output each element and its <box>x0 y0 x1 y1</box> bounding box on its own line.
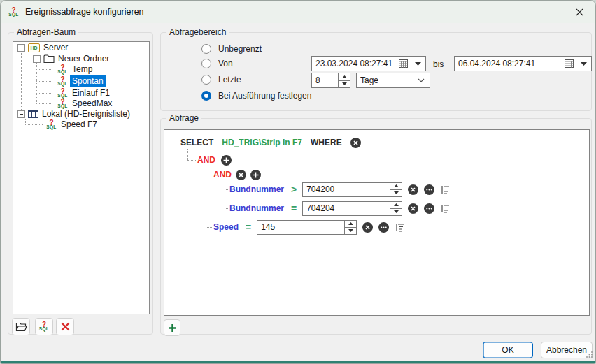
bis-date-input[interactable]: 06.04.2024 08:27:41 <box>454 56 592 71</box>
spin-up-icon[interactable] <box>339 73 350 81</box>
and-operator-link[interactable]: AND <box>213 170 232 180</box>
tree-item-spontan-selected[interactable]: ?SQL Spontan <box>13 75 149 87</box>
tree-item-speedmax[interactable]: ?SQL SpeedMax <box>13 98 149 109</box>
query-builder-area[interactable]: SELECT HD_TRIG\Strip in F7 WHERE AND AND… <box>164 129 590 316</box>
radio-von[interactable]: Von <box>201 58 233 69</box>
condition-operator-link[interactable]: > <box>291 184 297 195</box>
condition-row: Bundnummer = 704204 <box>229 201 450 216</box>
remove-where-icon[interactable] <box>350 138 361 148</box>
spinner-buttons[interactable] <box>338 73 350 87</box>
remove-condition-icon[interactable] <box>408 203 418 214</box>
query-and-outer-row: AND <box>197 152 232 168</box>
condition-value-spinner[interactable]: 704200 <box>302 182 402 197</box>
collapse-expander-icon[interactable] <box>17 110 25 118</box>
radio-letzte[interactable]: Letzte <box>201 74 241 85</box>
query-guide <box>169 143 178 143</box>
query-guide <box>206 227 212 228</box>
radio-unbegrenzt[interactable]: Unbegrenzt <box>201 43 262 54</box>
tree-item-lokal[interactable]: Lokal (HD-Ereignisliste) <box>13 108 149 119</box>
calendar-icon[interactable] <box>399 59 408 68</box>
tree-groupbox: Abfragen-Baum HD Server <box>8 32 153 335</box>
spinner-buttons[interactable] <box>344 221 356 234</box>
radio-circle-icon[interactable] <box>201 59 211 68</box>
window-bottom-edge <box>1 361 595 363</box>
dropdown-arrow-icon[interactable] <box>581 62 587 66</box>
new-query-button[interactable]: ?SQL <box>35 318 53 335</box>
open-folder-button[interactable] <box>12 318 30 335</box>
query-guide <box>225 180 225 208</box>
calendar-icon[interactable] <box>565 59 574 68</box>
tree-item-label: Spontan <box>70 75 106 87</box>
condition-field-link[interactable]: Bundnummer <box>229 184 285 194</box>
condition-field-link[interactable]: Bundnummer <box>229 203 285 213</box>
tree-item-server[interactable]: HD Server <box>13 42 149 53</box>
query-guide <box>187 149 188 160</box>
more-options-icon[interactable] <box>424 184 434 195</box>
von-date-input[interactable]: 23.03.2024 08:27:41 <box>311 56 426 71</box>
condition-value-spinner[interactable]: 145 <box>257 220 357 235</box>
remove-condition-icon[interactable] <box>408 184 418 195</box>
cancel-button[interactable]: Abbrechen <box>541 342 593 358</box>
collapse-expander-icon[interactable] <box>33 55 41 63</box>
remove-group-icon[interactable] <box>236 170 246 180</box>
radio-circle-icon[interactable] <box>201 75 211 85</box>
spin-up-icon[interactable] <box>390 202 402 209</box>
tree-item-speed-f7[interactable]: ?SQL Speed F7 <box>13 119 149 130</box>
letzte-unit-select[interactable]: Tage <box>356 73 430 88</box>
spin-down-icon[interactable] <box>390 190 402 196</box>
radio-label: Bei Ausführung festlegen <box>218 91 311 101</box>
query-guide <box>206 175 212 175</box>
select-source-link[interactable]: HD_TRIG\Strip in F7 <box>222 138 302 147</box>
condition-operator-link[interactable]: = <box>246 221 251 233</box>
tree-item-neuer-ordner[interactable]: Neuer Ordner <box>13 53 149 64</box>
range-groupbox: Abfragebereich Unbegrenzt Von Letzte Bei… <box>160 32 592 111</box>
resize-grip[interactable] <box>586 350 593 360</box>
add-statement-button[interactable] <box>164 319 180 336</box>
query-guide <box>225 189 228 190</box>
query-guide <box>225 208 228 209</box>
letzte-count-spinner[interactable]: 8 <box>311 73 350 88</box>
tree-item-einlauf-f1[interactable]: ?SQL Einlauf F1 <box>13 87 149 99</box>
add-condition-icon[interactable] <box>250 170 261 180</box>
condition-value: 704200 <box>306 184 390 194</box>
and-operator-link[interactable]: AND <box>197 155 215 165</box>
radio-bei-ausfuehrung[interactable]: Bei Ausführung festlegen <box>201 90 311 101</box>
more-options-icon[interactable] <box>378 222 389 233</box>
close-icon[interactable] <box>563 1 595 23</box>
more-options-icon[interactable] <box>424 203 434 214</box>
ok-button-label: OK <box>502 345 513 355</box>
von-date-value: 23.03.2024 08:27:41 <box>315 59 396 68</box>
value-list-icon[interactable] <box>395 222 405 233</box>
spinner-buttons[interactable] <box>390 183 402 196</box>
query-guide <box>206 164 206 227</box>
radio-circle-selected-icon[interactable] <box>201 91 211 101</box>
value-list-icon[interactable] <box>440 203 450 214</box>
spin-down-icon[interactable] <box>390 209 402 215</box>
condition-row: Speed = 145 <box>213 219 405 235</box>
spin-down-icon[interactable] <box>339 81 350 88</box>
plus-icon <box>168 323 177 333</box>
collapse-expander-icon[interactable] <box>17 44 25 52</box>
add-condition-icon[interactable] <box>221 155 232 166</box>
spin-up-icon[interactable] <box>390 183 402 190</box>
radio-circle-icon[interactable] <box>201 44 211 54</box>
spin-up-icon[interactable] <box>345 221 356 228</box>
tree-item-label: Temp <box>72 64 92 74</box>
spinner-buttons[interactable] <box>390 202 402 215</box>
chevron-down-icon[interactable] <box>418 78 425 82</box>
condition-operator-link[interactable]: = <box>291 203 297 214</box>
bis-label: bis <box>433 59 444 69</box>
delete-query-button[interactable] <box>56 318 74 335</box>
condition-field-link[interactable]: Speed <box>213 222 240 232</box>
sql-query-icon: ?SQL <box>38 321 50 332</box>
dropdown-arrow-icon[interactable] <box>415 62 421 66</box>
condition-value-spinner[interactable]: 704204 <box>302 201 402 216</box>
value-list-icon[interactable] <box>440 184 450 195</box>
tree-item-temp[interactable]: ?SQL Temp <box>13 64 149 75</box>
sql-query-icon: ?SQL <box>45 119 57 130</box>
spin-down-icon[interactable] <box>345 228 356 234</box>
remove-condition-icon[interactable] <box>362 222 373 233</box>
ok-button[interactable]: OK <box>483 342 533 358</box>
condition-value: 704204 <box>306 203 390 213</box>
query-tree-listbox[interactable]: HD Server Neuer Ordner ?SQL Temp ?SQL Sp… <box>13 41 150 314</box>
